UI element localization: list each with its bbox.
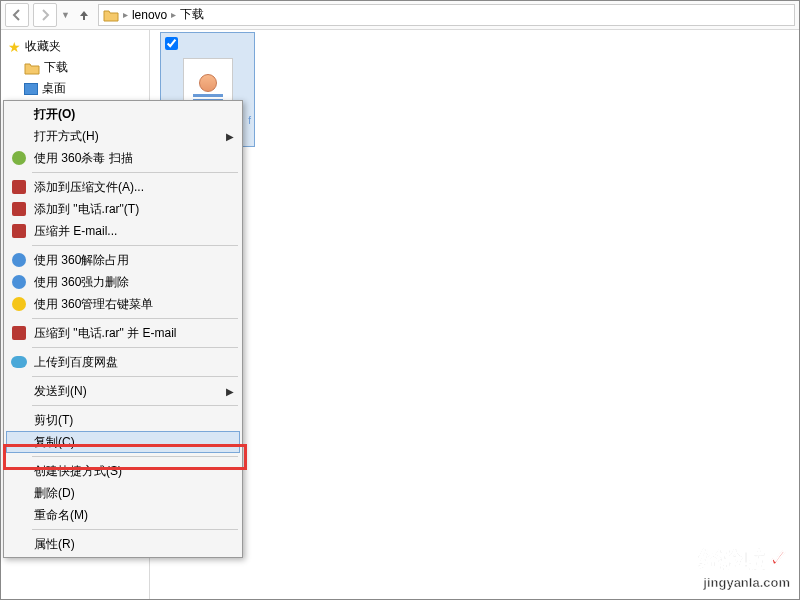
menu-rename[interactable]: 重命名(M) bbox=[6, 504, 240, 526]
menu-separator bbox=[32, 405, 238, 406]
archive-icon bbox=[10, 178, 28, 196]
menu-delete[interactable]: 删除(D) bbox=[6, 482, 240, 504]
unlock-icon bbox=[10, 251, 28, 269]
menu-send-to[interactable]: 发送到(N) ▶ bbox=[6, 380, 240, 402]
desktop-icon bbox=[24, 83, 38, 95]
back-button[interactable] bbox=[5, 3, 29, 27]
file-extension: f bbox=[248, 115, 251, 126]
menu-cut[interactable]: 剪切(T) bbox=[6, 409, 240, 431]
context-menu: 打开(O) 打开方式(H) ▶ 使用 360杀毒 扫描 添加到压缩文件(A)..… bbox=[3, 100, 243, 558]
folder-icon bbox=[24, 61, 40, 75]
menu-separator bbox=[32, 529, 238, 530]
watermark-brand: 经验啦 bbox=[699, 547, 765, 572]
sidebar-downloads-label: 下载 bbox=[44, 59, 68, 76]
avatar-icon bbox=[199, 74, 217, 92]
sidebar-favorites[interactable]: ★ 收藏夹 bbox=[4, 36, 145, 57]
menu-compress-email[interactable]: 压缩并 E-mail... bbox=[6, 220, 240, 242]
manage-icon bbox=[10, 295, 28, 313]
menu-separator bbox=[32, 172, 238, 173]
menu-properties[interactable]: 属性(R) bbox=[6, 533, 240, 555]
breadcrumb-seg-1[interactable]: lenovo bbox=[132, 8, 167, 22]
menu-force-delete-360[interactable]: 使用 360强力删除 bbox=[6, 271, 240, 293]
menu-separator bbox=[32, 376, 238, 377]
watermark-url: jingyanla.com bbox=[699, 575, 790, 590]
menu-open-with[interactable]: 打开方式(H) ▶ bbox=[6, 125, 240, 147]
content-area[interactable]: f bbox=[150, 30, 800, 600]
forward-button[interactable] bbox=[33, 3, 57, 27]
archive-icon bbox=[10, 200, 28, 218]
up-button[interactable] bbox=[74, 5, 94, 25]
menu-separator bbox=[32, 318, 238, 319]
file-checkbox[interactable] bbox=[165, 37, 178, 50]
antivirus-icon bbox=[10, 149, 28, 167]
breadcrumb-seg-2[interactable]: 下载 bbox=[180, 6, 204, 23]
watermark: 经验啦 ✓ jingyanla.com bbox=[699, 543, 790, 590]
sidebar-downloads[interactable]: 下载 bbox=[4, 57, 145, 78]
menu-compress-to-email[interactable]: 压缩到 "电话.rar" 并 E-mail bbox=[6, 322, 240, 344]
menu-open[interactable]: 打开(O) bbox=[6, 103, 240, 125]
folder-icon bbox=[103, 8, 119, 22]
menu-copy[interactable]: 复制(C) bbox=[6, 431, 240, 453]
menu-manage-360[interactable]: 使用 360管理右键菜单 bbox=[6, 293, 240, 315]
menu-upload-baidu[interactable]: 上传到百度网盘 bbox=[6, 351, 240, 373]
menu-add-archive[interactable]: 添加到压缩文件(A)... bbox=[6, 176, 240, 198]
menu-separator bbox=[32, 347, 238, 348]
menu-free-360[interactable]: 使用 360解除占用 bbox=[6, 249, 240, 271]
menu-create-shortcut[interactable]: 创建快捷方式(S) bbox=[6, 460, 240, 482]
check-icon: ✓ bbox=[768, 543, 790, 573]
submenu-arrow-icon: ▶ bbox=[226, 386, 234, 397]
menu-separator bbox=[32, 456, 238, 457]
archive-icon bbox=[10, 324, 28, 342]
menu-add-rar[interactable]: 添加到 "电话.rar"(T) bbox=[6, 198, 240, 220]
submenu-arrow-icon: ▶ bbox=[226, 131, 234, 142]
star-icon: ★ bbox=[8, 39, 21, 55]
menu-separator bbox=[32, 245, 238, 246]
archive-icon bbox=[10, 222, 28, 240]
chevron-right-icon: ▸ bbox=[171, 9, 176, 20]
sidebar-favorites-label: 收藏夹 bbox=[25, 38, 61, 55]
menu-scan-360[interactable]: 使用 360杀毒 扫描 bbox=[6, 147, 240, 169]
dropdown-arrow-icon[interactable]: ▼ bbox=[61, 10, 70, 20]
delete-icon bbox=[10, 273, 28, 291]
navigation-bar: ▼ ▸ lenovo ▸ 下载 bbox=[0, 0, 800, 30]
cloud-icon bbox=[10, 353, 28, 371]
sidebar-desktop-label: 桌面 bbox=[42, 80, 66, 97]
chevron-right-icon: ▸ bbox=[123, 9, 128, 20]
breadcrumb-bar[interactable]: ▸ lenovo ▸ 下载 bbox=[98, 4, 795, 26]
sidebar-desktop[interactable]: 桌面 bbox=[4, 78, 145, 99]
